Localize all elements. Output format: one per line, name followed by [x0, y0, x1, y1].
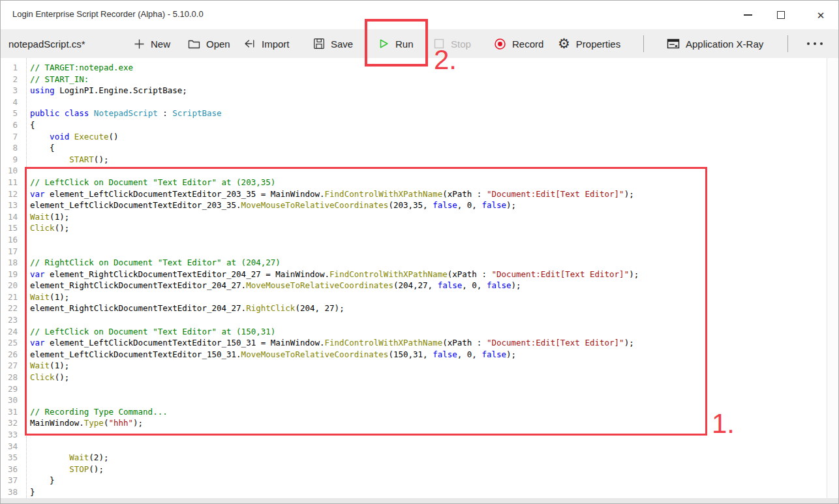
line-number: 15: [1, 222, 18, 234]
line-number: 8: [1, 142, 18, 154]
import-button[interactable]: Import: [243, 29, 290, 58]
code-text: Wait(1);: [30, 291, 69, 303]
code-text: using LoginPI.Engine.ScriptBase;: [30, 85, 187, 96]
code-lines: 1// TARGET:notepad.exe2// START_IN:3usin…: [1, 62, 839, 498]
code-text: [30, 96, 35, 108]
line-number: 6: [1, 119, 18, 131]
new-label: New: [151, 38, 170, 50]
code-editor[interactable]: 1// TARGET:notepad.exe2// START_IN:3usin…: [1, 58, 839, 498]
code-line: 4: [1, 96, 839, 108]
code-text: [30, 246, 35, 258]
line-number: 34: [1, 441, 18, 452]
line-number: 26: [1, 349, 18, 361]
code-line: 22element_RightClickDocumentTextEditor_2…: [1, 303, 839, 314]
code-text: STOP();: [30, 464, 104, 475]
code-line: 11// LeftClick on Document "Text Editor"…: [1, 177, 839, 188]
editor-scrollbar[interactable]: [827, 58, 838, 498]
line-number: 11: [1, 177, 18, 188]
code-line: 1// TARGET:notepad.exe: [1, 62, 839, 74]
title-bar: Login Enterprise Script Recorder (Alpha)…: [1, 1, 838, 29]
line-number: 33: [1, 429, 18, 441]
toolbar: notepadScript.cs* New Open Import: [1, 29, 838, 58]
line-number: 14: [1, 211, 18, 223]
code-line: 5public class NotepadScript : ScriptBase: [1, 108, 839, 119]
folder-icon: [188, 38, 200, 50]
code-line: 17: [1, 246, 839, 258]
line-number: 36: [1, 464, 18, 475]
new-button[interactable]: New: [134, 29, 170, 58]
code-line: 6{: [1, 119, 839, 131]
line-number: 30: [1, 394, 18, 406]
gear-icon: ⚙: [558, 37, 570, 51]
code-line: 18// RightClick on Document "Text Editor…: [1, 257, 839, 269]
line-number: 7: [1, 131, 18, 143]
line-number: 2: [1, 74, 18, 85]
code-text: // LeftClick on Document "Text Editor" a…: [30, 326, 275, 338]
record-button[interactable]: Record: [494, 29, 543, 58]
code-text: var element_LeftClickDocumentTextEditor_…: [30, 337, 634, 349]
line-number: 18: [1, 257, 18, 269]
ellipsis-icon: [807, 42, 823, 45]
code-text: element_RightClickDocumentTextEditor_204…: [30, 280, 521, 291]
line-number: 23: [1, 314, 18, 326]
line-number: 20: [1, 280, 18, 291]
minimize-icon: [744, 14, 752, 16]
code-line: 38}: [1, 486, 839, 498]
code-text: var element_LeftClickDocumentTextEditor_…: [30, 188, 634, 200]
code-line: 14Wait(1);: [1, 211, 839, 223]
window-bottom-edge: [1, 498, 838, 504]
toolbar-separator: [787, 35, 788, 52]
code-line: 28Click();: [1, 372, 839, 383]
current-filename: notepadScript.cs*: [8, 29, 85, 58]
code-text: Wait(1);: [30, 211, 69, 223]
code-line: 12var element_LeftClickDocumentTextEdito…: [1, 188, 839, 200]
code-text: // RightClick on Document "Text Editor" …: [30, 257, 281, 269]
properties-button[interactable]: ⚙ Properties: [558, 29, 620, 58]
line-number: 22: [1, 303, 18, 314]
line-number: 10: [1, 165, 18, 177]
code-text: // Recording Type Command...: [30, 406, 168, 418]
code-text: // TARGET:notepad.exe: [30, 62, 133, 74]
line-number: 38: [1, 486, 18, 498]
code-line: 31// Recording Type Command...: [1, 406, 839, 418]
save-button[interactable]: Save: [313, 29, 353, 58]
code-line: 34: [1, 441, 839, 452]
more-options-button[interactable]: [807, 29, 823, 58]
window-title: Login Enterprise Script Recorder (Alpha)…: [12, 9, 204, 19]
line-number: 25: [1, 337, 18, 349]
code-text: }: [30, 475, 55, 486]
code-text: Wait(2);: [30, 452, 108, 464]
code-text: // LeftClick on Document "Text Editor" a…: [30, 177, 275, 188]
line-number: 19: [1, 269, 18, 280]
maximize-button[interactable]: [766, 1, 796, 29]
record-dot-icon: [494, 38, 506, 50]
code-text: [30, 165, 35, 177]
line-number: 17: [1, 246, 18, 258]
plus-icon: [134, 38, 145, 50]
stop-button[interactable]: Stop: [433, 29, 471, 58]
stop-label: Stop: [451, 38, 471, 50]
code-line: 33: [1, 429, 839, 441]
open-label: Open: [206, 38, 230, 50]
code-line: 7 void Execute(): [1, 131, 839, 143]
floppy-icon: [313, 38, 325, 50]
line-number: 37: [1, 475, 18, 486]
run-label: Run: [395, 38, 414, 50]
code-line: 8 {: [1, 142, 839, 154]
line-number: 32: [1, 417, 18, 429]
line-number: 9: [1, 154, 18, 166]
properties-label: Properties: [576, 38, 620, 50]
line-number: 12: [1, 188, 18, 200]
minimize-button[interactable]: [733, 1, 763, 29]
code-line: 24// LeftClick on Document "Text Editor"…: [1, 326, 839, 338]
open-button[interactable]: Open: [188, 29, 230, 58]
code-text: Click();: [30, 222, 69, 234]
code-text: {: [30, 119, 35, 131]
application-xray-button[interactable]: Application X-Ray: [667, 29, 763, 58]
line-number: 28: [1, 372, 18, 383]
line-number: 3: [1, 85, 18, 96]
run-button[interactable]: Run: [378, 29, 414, 58]
code-text: element_LeftClickDocumentTextEditor_203_…: [30, 200, 516, 211]
close-icon: ✕: [817, 10, 825, 20]
close-button[interactable]: ✕: [806, 1, 836, 29]
